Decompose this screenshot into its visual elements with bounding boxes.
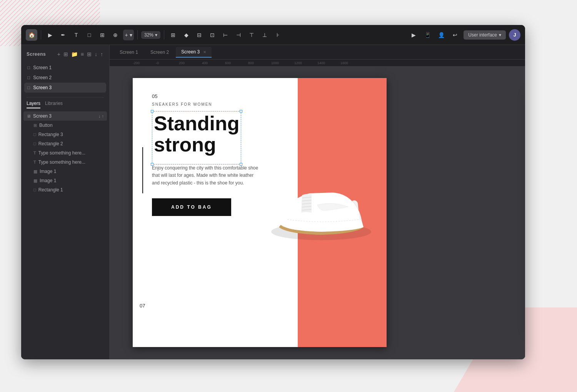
rect2-layer-icon: □ bbox=[33, 141, 36, 146]
home-button[interactable]: 🏠 bbox=[26, 29, 37, 41]
sidebar-item-screen1[interactable]: □ Screen 1 bbox=[24, 63, 106, 73]
layer-text1-label: Type something here... bbox=[38, 150, 85, 156]
pen-icon[interactable]: ✒ bbox=[58, 30, 68, 40]
avatar[interactable]: J bbox=[509, 29, 520, 41]
text-selection-box[interactable]: Standing strong bbox=[152, 111, 241, 164]
align-icon-1[interactable]: ⊟ bbox=[194, 30, 205, 40]
align-icon-4[interactable]: ⊣ bbox=[233, 30, 244, 40]
ruler-mark: 1200 bbox=[294, 61, 317, 65]
rect1-layer-icon: □ bbox=[33, 188, 36, 192]
layer-rect2[interactable]: □ Rectangle 2 bbox=[23, 139, 107, 148]
screen-icon-1: □ bbox=[27, 65, 30, 70]
sort-down-icon[interactable]: ↓ bbox=[94, 50, 98, 58]
play-icon[interactable]: ▶ bbox=[45, 30, 55, 40]
canvas-area: Screen 1 Screen 2 Screen 3 ✕ -200 -0 200… bbox=[110, 45, 525, 359]
undo-icon[interactable]: ↩ bbox=[450, 30, 460, 40]
zoom-value: 32% bbox=[144, 32, 153, 38]
sidebar-item-screen3[interactable]: □ Screen 3 bbox=[24, 83, 106, 93]
sidebar-tabs: Layers Libraries bbox=[21, 101, 109, 108]
tab-screen3-close[interactable]: ✕ bbox=[203, 50, 206, 54]
layer-rect2-label: Rectangle 2 bbox=[38, 141, 63, 146]
layer-button[interactable]: ⊞ Button bbox=[23, 121, 107, 130]
layer-text1[interactable]: T Type something here... bbox=[23, 148, 107, 158]
toolbar-separator-1 bbox=[41, 30, 41, 40]
text2-layer-icon: T bbox=[33, 160, 36, 164]
layer-parent-label: Screen 3 bbox=[33, 113, 52, 119]
list-view-icon[interactable]: ≡ bbox=[80, 50, 85, 58]
handle-top-right[interactable] bbox=[240, 110, 242, 113]
canvas-heading-line1: Standing bbox=[154, 112, 239, 135]
sidebar: Screens + ⊞ 📁 ≡ ⊞ ↓ ↑ □ Screen 1 □ bbox=[21, 45, 110, 359]
layer-rect1[interactable]: □ Rectangle 1 bbox=[23, 185, 107, 194]
add-to-bag-button[interactable]: ADD TO BAG bbox=[152, 198, 231, 216]
screen-label-3: Screen 3 bbox=[33, 85, 52, 90]
rect-icon[interactable]: □ bbox=[84, 30, 95, 40]
ruler-horizontal: -200 -0 200 400 600 800 1000 1200 1400 1… bbox=[110, 60, 525, 66]
tab-screen2[interactable]: Screen 2 bbox=[145, 47, 174, 57]
plus-icon[interactable]: + ▾ bbox=[123, 30, 134, 40]
ui-mode-button[interactable]: User interface ▾ bbox=[464, 30, 506, 40]
folder-screen-icon[interactable]: 📁 bbox=[70, 50, 78, 58]
image-icon[interactable]: ⊞ bbox=[97, 30, 108, 40]
ruler-mark: 1000 bbox=[271, 61, 294, 65]
layer-text2[interactable]: T Type something here... bbox=[23, 158, 107, 167]
align-icon-2[interactable]: ⊡ bbox=[207, 30, 218, 40]
ruler-mark: -0 bbox=[156, 61, 179, 65]
monitor-icon: 🖥 bbox=[27, 114, 31, 118]
sidebar-item-screen2[interactable]: □ Screen 2 bbox=[24, 73, 106, 83]
tab-libraries[interactable]: Libraries bbox=[45, 101, 63, 108]
grid-view-icon[interactable]: ⊞ bbox=[86, 50, 92, 58]
device-preview-icon[interactable]: 📱 bbox=[422, 30, 433, 40]
align-icon-3[interactable]: ⊢ bbox=[220, 30, 231, 40]
layer-image2[interactable]: ▦ Image 1 bbox=[23, 176, 107, 185]
layer-rect1-label: Rectangle 1 bbox=[38, 187, 63, 193]
layer-rect3[interactable]: □ Rectangle 3 bbox=[23, 130, 107, 139]
screen-label-1: Screen 1 bbox=[33, 65, 52, 70]
tab-layers[interactable]: Layers bbox=[27, 101, 40, 108]
layer-button-label: Button bbox=[39, 123, 53, 128]
preview-play-icon[interactable]: ▶ bbox=[408, 30, 419, 40]
layer-image1[interactable]: ▦ Image 1 bbox=[23, 167, 107, 176]
tabs-bar: Screen 1 Screen 2 Screen 3 ✕ bbox=[110, 45, 525, 60]
design-canvas[interactable]: 05 SNEAKERS FOR WOMEN Standing bbox=[133, 78, 387, 347]
handle-bottom-left[interactable] bbox=[151, 163, 153, 166]
import-screen-icon[interactable]: ⊞ bbox=[63, 50, 69, 58]
ruler-mark: -200 bbox=[133, 61, 156, 65]
zoom-control[interactable]: 32% ▾ bbox=[141, 31, 160, 39]
canvas-heading-line2: strong bbox=[154, 133, 216, 156]
tab-screen3[interactable]: Screen 3 ✕ bbox=[176, 47, 212, 58]
rect3-layer-icon: □ bbox=[33, 132, 36, 137]
toolbar: 🏠 ▶ ✒ T □ ⊞ ⊕ + ▾ 32% ▾ ⊞ ◆ ⊟ ⊡ ⊢ ⊣ ⊤ ⊥ … bbox=[21, 25, 525, 45]
tab-screen1[interactable]: Screen 1 bbox=[114, 47, 143, 57]
layer-rect3-label: Rectangle 3 bbox=[38, 132, 63, 137]
screens-title: Screens bbox=[27, 51, 46, 57]
screen-icon-2: □ bbox=[27, 75, 30, 80]
button-layer-icon: ⊞ bbox=[33, 123, 37, 128]
text-icon[interactable]: T bbox=[71, 30, 82, 40]
interact-icon[interactable]: ⊕ bbox=[110, 30, 121, 40]
add-user-icon[interactable]: 👤 bbox=[436, 30, 447, 40]
avatar-initial: J bbox=[513, 32, 516, 38]
canvas-number-bottom: 07 bbox=[140, 303, 145, 309]
layer-image1-label: Image 1 bbox=[40, 169, 56, 174]
layout-icon-1[interactable]: ⊞ bbox=[168, 30, 178, 40]
tab-screen1-label: Screen 1 bbox=[120, 50, 138, 55]
ruler-marks: -200 -0 200 400 600 800 1000 1200 1400 1… bbox=[133, 61, 364, 65]
distribute-icon-1[interactable]: ⊤ bbox=[246, 30, 257, 40]
toolbar-right-group: ▶ 📱 👤 ↩ User interface ▾ J bbox=[408, 29, 520, 41]
layer-screen3[interactable]: 🖥 Screen 3 ↓ ↑ bbox=[23, 111, 107, 121]
canvas-subtitle: SNEAKERS FOR WOMEN bbox=[152, 102, 286, 106]
layer-down-icon[interactable]: ↓ bbox=[98, 114, 101, 118]
distribute-icon-2[interactable]: ⊥ bbox=[259, 30, 270, 40]
canvas-number-top: 05 bbox=[152, 93, 286, 99]
layer-up-icon[interactable]: ↑ bbox=[102, 114, 104, 118]
canvas-description: Enjoy conquering the city with this comf… bbox=[152, 164, 260, 187]
sort-up-icon[interactable]: ↑ bbox=[100, 50, 104, 58]
handle-top-left[interactable] bbox=[151, 110, 153, 113]
layout-icon-2[interactable]: ◆ bbox=[181, 30, 192, 40]
main-layout: Screens + ⊞ 📁 ≡ ⊞ ↓ ↑ □ Screen 1 □ bbox=[21, 45, 525, 359]
handle-bottom-right[interactable] bbox=[240, 163, 242, 166]
add-screen-icon[interactable]: + bbox=[57, 50, 61, 58]
canvas-viewport[interactable]: 05 SNEAKERS FOR WOMEN Standing bbox=[110, 66, 525, 359]
distribute-icon-3[interactable]: ⊦ bbox=[272, 30, 283, 40]
